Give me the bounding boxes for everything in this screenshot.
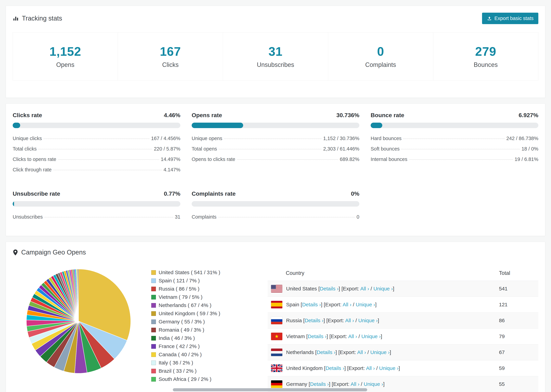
- rate-row-value: 18 / 0%: [522, 146, 538, 152]
- legend-swatch: [151, 328, 156, 332]
- legend-label: Romania ( 49 / 3% ): [159, 327, 204, 333]
- rate-row-value: 2,303 / 61.446%: [323, 146, 359, 152]
- rate-row-label: Soft bounces: [371, 146, 400, 152]
- country-total: 59: [499, 360, 538, 376]
- rate-value: 4.46%: [164, 112, 180, 119]
- flag-gb-icon: [271, 364, 282, 372]
- country-links: Spain [Details ›] [Export: All › / Uniqu…: [286, 302, 377, 308]
- rate-row: Complaints 0: [192, 212, 359, 222]
- stat-label: Opens: [56, 61, 74, 68]
- details-link[interactable]: Details ›: [310, 381, 329, 387]
- legend-item: Romania ( 49 / 3% ): [151, 326, 262, 334]
- country-total: 67: [499, 344, 538, 360]
- stats-row: 1,152 Opens 167 Clicks 31 Unsubscribes 0…: [13, 32, 538, 81]
- country-total: 55: [499, 376, 538, 392]
- flag-nl-icon: [271, 349, 282, 356]
- legend-label: Germany ( 55 / 3% ): [159, 319, 205, 325]
- rate-panel-complaints-rate: Complaints rate 0% Complaints 0: [192, 190, 359, 222]
- export-all-link[interactable]: All ›: [343, 302, 352, 307]
- rate-row-label: Unique opens: [192, 136, 222, 141]
- export-basic-stats-button[interactable]: Export basic stats: [482, 13, 538, 24]
- rate-panel-bounce-rate: Bounce rate 6.927% Hard bounces 242 / 86…: [371, 112, 538, 175]
- legend-label: Brazil ( 33 / 2% ): [159, 368, 197, 374]
- rate-row-label: Hard bounces: [371, 136, 402, 141]
- bar-chart-icon: [13, 15, 19, 21]
- flag-de-icon: [271, 380, 282, 388]
- details-link[interactable]: Details ›: [317, 350, 335, 355]
- export-all-link[interactable]: All ›: [348, 334, 357, 339]
- legend-swatch: [151, 361, 156, 365]
- rate-row: Total opens 2,303 / 61.446%: [192, 144, 359, 154]
- legend-swatch: [151, 303, 156, 308]
- rate-row: Click through rate 4.147%: [13, 165, 180, 175]
- rate-head: Unsubscribe rate 0.77%: [13, 190, 180, 197]
- stat-value: 167: [160, 44, 181, 58]
- dotted-leader: [401, 149, 520, 149]
- legend-label: Italy ( 36 / 2% ): [159, 360, 193, 366]
- rate-row-value: 1,152 / 30.736%: [323, 136, 359, 141]
- export-all-link[interactable]: All ›: [366, 365, 375, 371]
- flag-vn-icon: [271, 333, 282, 340]
- legend-swatch: [151, 320, 156, 324]
- export-unique-link[interactable]: Unique ›: [364, 381, 383, 387]
- export-all-link[interactable]: All ›: [351, 381, 360, 387]
- rate-row: Unsubscribes 31: [13, 212, 180, 222]
- legend-swatch: [151, 295, 156, 300]
- rate-rows: Unique opens 1,152 / 30.736% Total opens…: [192, 133, 359, 165]
- tracking-stats-title-text: Tracking stats: [22, 15, 62, 22]
- dotted-leader: [44, 217, 173, 217]
- legend-swatch: [151, 369, 156, 373]
- details-link[interactable]: Details ›: [308, 334, 326, 339]
- rate-panel-unsubscribe-rate: Unsubscribe rate 0.77% Unsubscribes 31: [13, 190, 180, 222]
- rate-panel-clicks-rate: Clicks rate 4.46% Unique clicks 167 / 4.…: [13, 112, 180, 175]
- legend-swatch: [151, 270, 156, 275]
- rate-title: Complaints rate: [192, 190, 236, 197]
- rate-row-value: 4.147%: [164, 167, 180, 173]
- dotted-leader: [219, 149, 321, 149]
- rate-title: Opens rate: [192, 112, 222, 119]
- country-links: United States [Details ›] [Export: All ›…: [286, 286, 394, 292]
- rate-progress-fill: [13, 201, 14, 207]
- tracking-stats-card: Tracking stats Export basic stats 1,152 …: [6, 6, 545, 98]
- legend-label: Russia ( 86 / 5% ): [159, 286, 199, 292]
- legend-label: Canada ( 40 / 2% ): [159, 352, 202, 357]
- rate-progress-fill: [371, 123, 382, 128]
- export-all-link[interactable]: All ›: [360, 286, 369, 291]
- export-unique-link[interactable]: Unique ›: [373, 286, 393, 291]
- horizontal-scrollbar-thumb[interactable]: [173, 388, 367, 391]
- legend-swatch: [151, 336, 156, 341]
- dotted-leader: [44, 139, 149, 139]
- details-link[interactable]: Details ›: [304, 318, 323, 323]
- rate-head: Bounce rate 6.927%: [371, 112, 538, 119]
- geo-table-row-es: Spain [Details ›] [Export: All › / Uniqu…: [268, 297, 538, 313]
- rate-row: Unique opens 1,152 / 30.736%: [192, 133, 359, 144]
- rate-progress-fill: [13, 123, 20, 128]
- export-unique-link[interactable]: Unique ›: [370, 350, 390, 355]
- geo-table-row-us: United States [Details ›] [Export: All ›…: [268, 281, 538, 297]
- flag-us-icon: [271, 285, 282, 293]
- geo-table-row-gb: United Kingdom [Details ›] [Export: All …: [268, 360, 538, 376]
- rate-progress-fill: [192, 123, 243, 128]
- export-unique-link[interactable]: Unique ›: [356, 302, 375, 307]
- legend-swatch: [151, 344, 156, 349]
- legend-label: Vietnam ( 79 / 5% ): [159, 294, 202, 300]
- details-link[interactable]: Details ›: [302, 302, 321, 307]
- rate-rows: Unique clicks 167 / 4.456% Total clicks …: [13, 133, 180, 175]
- rate-row-label: Click through rate: [13, 167, 51, 173]
- rate-panel-opens-rate: Opens rate 30.736% Unique opens 1,152 / …: [192, 112, 359, 175]
- rate-row-value: 0: [357, 214, 359, 220]
- legend-label: United States ( 541 / 31% ): [159, 270, 220, 275]
- details-link[interactable]: Details ›: [320, 286, 339, 291]
- legend-swatch: [151, 377, 156, 382]
- export-unique-link[interactable]: Unique ›: [361, 334, 381, 339]
- rate-row-value: 19 / 6.81%: [515, 156, 538, 162]
- legend-label: France ( 42 / 2% ): [159, 343, 200, 349]
- stat-box-bounces: 279 Bounces: [433, 32, 538, 81]
- details-link[interactable]: Details ›: [325, 365, 344, 371]
- export-unique-link[interactable]: Unique ›: [358, 318, 378, 323]
- export-all-link[interactable]: All ›: [345, 318, 354, 323]
- export-all-link[interactable]: All ›: [357, 350, 366, 355]
- export-unique-link[interactable]: Unique ›: [379, 365, 399, 371]
- legend-item: Spain ( 121 / 7% ): [151, 277, 262, 285]
- rate-row-label: Unique clicks: [13, 136, 42, 141]
